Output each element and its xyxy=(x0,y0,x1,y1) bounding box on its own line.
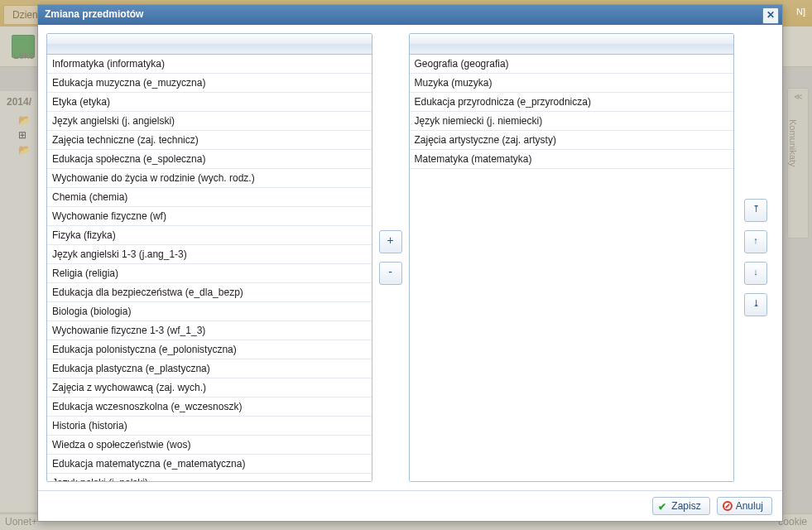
list-header xyxy=(410,34,734,55)
list-item[interactable]: Język polski (j. polski) xyxy=(47,474,372,481)
list-item[interactable]: Edukacja matematyczna (e_matematyczna) xyxy=(47,455,372,474)
list-item[interactable]: Wiedza o społeczeństwie (wos) xyxy=(47,436,372,455)
list-item[interactable]: Zajęcia techniczne (zaj. technicz) xyxy=(47,131,372,150)
list-item[interactable]: Edukacja społeczna (e_spoleczna) xyxy=(47,150,372,169)
modal-title: Zmiana przedmiotów xyxy=(45,8,143,20)
save-label: Zapisz xyxy=(671,500,700,512)
list-item[interactable]: Edukacja polonistyczna (e_polonistyczna) xyxy=(47,340,372,359)
list-item[interactable]: Religia (religia) xyxy=(47,264,372,283)
list-item[interactable]: Wychowanie fizyczne 1-3 (wf_1_3) xyxy=(47,321,372,340)
list-item[interactable]: Fizyka (fizyka) xyxy=(47,226,372,245)
add-button[interactable]: + xyxy=(379,230,402,253)
list-item[interactable]: Edukacja przyrodnicza (e_przyrodnicza) xyxy=(410,93,734,112)
list-item[interactable]: Edukacja dla bezpieczeństwa (e_dla_bezp) xyxy=(47,283,372,302)
list-item[interactable]: Zajęcia z wychowawcą (zaj. wych.) xyxy=(47,378,372,398)
list-item[interactable]: Biologia (biologia) xyxy=(47,302,372,321)
selected-list-body[interactable]: Geografia (geografia)Muzyka (muzyka)Eduk… xyxy=(410,55,734,481)
list-item[interactable]: Historia (historia) xyxy=(47,417,372,436)
available-list: Informatyka (informatyka)Edukacja muzycz… xyxy=(46,33,372,482)
list-item[interactable]: Etyka (etyka) xyxy=(47,93,372,112)
check-icon: ✔ xyxy=(658,501,668,511)
header-corner-text: N] xyxy=(796,7,805,17)
modal-title-bar[interactable]: Zmiana przedmiotów ✕ xyxy=(38,5,782,25)
list-item[interactable]: Język angielski 1-3 (j.ang_1-3) xyxy=(47,245,372,264)
available-list-body[interactable]: Informatyka (informatyka)Edukacja muzycz… xyxy=(47,55,372,481)
save-button[interactable]: ✔ Zapisz xyxy=(652,497,709,515)
list-item[interactable]: Edukacja muzyczna (e_muzyczna) xyxy=(47,74,372,93)
list-header xyxy=(47,34,372,55)
modal-footer: ✔ Zapisz Anuluj xyxy=(38,490,782,521)
order-controls: ⤒ ↑ ↓ ⤓ xyxy=(734,33,774,482)
remove-button[interactable]: - xyxy=(379,262,402,285)
list-item[interactable]: Chemia (chemia) xyxy=(47,188,372,207)
cancel-icon xyxy=(723,501,733,511)
transfer-controls: + - xyxy=(372,33,409,482)
move-bottom-button[interactable]: ⤓ xyxy=(744,293,767,316)
list-item[interactable]: Muzyka (muzyka) xyxy=(410,74,734,93)
cancel-button[interactable]: Anuluj xyxy=(717,497,772,515)
list-item[interactable]: Język angielski (j. angielski) xyxy=(47,112,372,131)
move-up-button[interactable]: ↑ xyxy=(744,230,767,253)
list-item[interactable]: Wychowanie do życia w rodzinie (wych. ro… xyxy=(47,169,372,188)
list-item[interactable]: Zajęcia artystyczne (zaj. artysty) xyxy=(410,131,734,150)
list-item[interactable]: Wychowanie fizyczne (wf) xyxy=(47,207,372,226)
move-down-button[interactable]: ↓ xyxy=(744,262,767,285)
list-item[interactable]: Matematyka (matematyka) xyxy=(410,150,734,169)
list-item[interactable]: Język niemiecki (j. niemiecki) xyxy=(410,112,734,131)
list-item[interactable]: Edukacja plastyczna (e_plastyczna) xyxy=(47,359,372,378)
selected-list: Geografia (geografia)Muzyka (muzyka)Eduk… xyxy=(409,33,735,482)
close-button[interactable]: ✕ xyxy=(762,7,779,24)
list-item[interactable]: Geografia (geografia) xyxy=(410,55,734,74)
cancel-label: Anuluj xyxy=(736,500,763,512)
modal-body: Informatyka (informatyka)Edukacja muzycz… xyxy=(38,25,782,490)
list-item[interactable]: Edukacja wczesnoszkolna (e_wczesnoszk) xyxy=(47,398,372,417)
list-item[interactable]: Informatyka (informatyka) xyxy=(47,55,372,74)
modal-dialog: Zmiana przedmiotów ✕ Informatyka (inform… xyxy=(37,4,783,522)
move-top-button[interactable]: ⤒ xyxy=(744,199,767,222)
